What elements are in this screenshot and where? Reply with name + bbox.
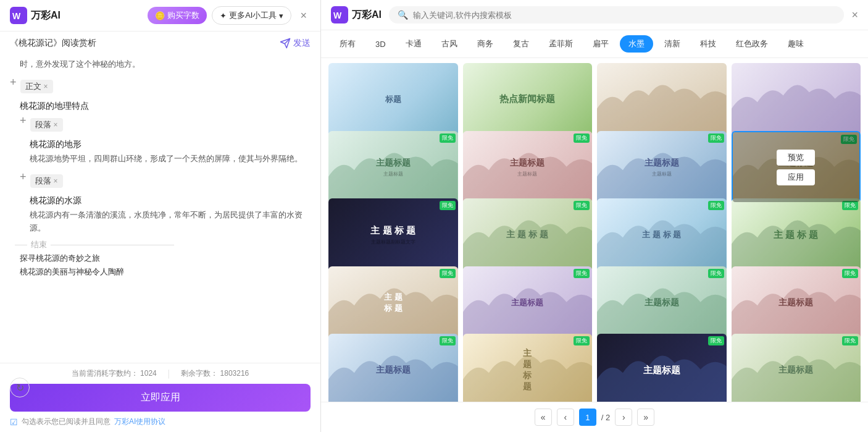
tab-所有[interactable]: 所有 (331, 35, 364, 53)
right-logo-icon: W (331, 6, 348, 23)
agree-checkbox[interactable]: ☑ (10, 417, 18, 427)
template-card[interactable]: 限免主 题 标 题 (463, 334, 593, 402)
preview-button[interactable]: 预览 (777, 150, 815, 166)
add-zhengwen-button[interactable]: + (10, 76, 17, 89)
footer-stats: 当前需消耗字数约： 1024 │ 剩余字数： 1803216 (10, 368, 311, 379)
apply-template-button[interactable]: 应用 (777, 169, 815, 185)
template-card[interactable]: 限免主 题 标 题 (328, 266, 458, 339)
tab-趣味[interactable]: 趣味 (779, 35, 812, 53)
tab-清新[interactable]: 清新 (656, 35, 689, 53)
template-card[interactable]: 限免主题标题 (597, 266, 727, 339)
template-card[interactable]: 限免主题标题 (597, 334, 727, 402)
apply-main-button[interactable]: 立即应用 (10, 384, 311, 412)
template-card[interactable]: 限免主 题 标 题 (463, 198, 593, 271)
left-footer: 当前需消耗字数约： 1024 │ 剩余字数： 1803216 立即应用 ☑ 勾选… (0, 363, 320, 432)
free-badge: 限免 (708, 133, 724, 143)
template-card[interactable]: 限免主题标题主题标题 (597, 131, 727, 204)
page-last-button[interactable]: » (637, 409, 654, 426)
duanluo1-tag[interactable]: 段落 × (30, 118, 63, 132)
send-icon (280, 38, 291, 49)
sub-body1: 桃花源地势平坦，四周群山环绕，形成了一个天然的屏障，使其与外界隔绝。 (10, 153, 311, 166)
close-left-panel-button[interactable]: × (296, 8, 311, 23)
template-card[interactable]: 限免主题标题 (328, 334, 458, 402)
zhengwen-tag-close[interactable]: × (44, 82, 48, 91)
template-card[interactable]: 限免主 题 标 题 (732, 198, 861, 271)
right-panel: W 万彩AI 🔍 × 所有3D卡通古风商务复古孟菲斯扁平水墨清新科技红色政务趣味… (321, 0, 868, 432)
template-card[interactable] (732, 63, 861, 136)
pagination: « ‹ 1 / 2 › » (321, 402, 868, 432)
template-card[interactable]: 限免主题标题主题标题 (328, 131, 458, 204)
template-card[interactable]: 热点新闻标题 (463, 63, 593, 136)
send-button[interactable]: 发送 (280, 38, 311, 49)
page-prev-button[interactable]: ‹ (557, 409, 574, 426)
template-card[interactable]: 限免主题标题 (463, 266, 593, 339)
template-card[interactable]: 限免主题标题主题标题 (463, 131, 593, 204)
templates-grid: 标题热点新闻标题限免主题标题主题标题限免主题标题主题标题限免主题标题主题标题限免… (321, 58, 868, 402)
tab-商务[interactable]: 商务 (469, 35, 502, 53)
free-badge: 限免 (842, 201, 858, 210)
template-card[interactable] (597, 63, 727, 136)
stats-divider: │ (167, 370, 172, 378)
right-logo: W 万彩AI (331, 6, 382, 23)
free-badge: 限免 (440, 201, 456, 210)
left-title-bar: 《桃花源记》阅读赏析 发送 (0, 32, 320, 54)
left-content: 时，意外发现了这个神秘的地方。 + 正文 × 桃花源的地理特点 + 段落 × 桃… (0, 54, 320, 363)
right-logo-text: 万彩AI (352, 9, 382, 22)
duanluo2-tag[interactable]: 段落 × (30, 174, 63, 188)
tab-古风[interactable]: 古风 (433, 35, 466, 53)
template-card[interactable]: 限免主题标题主题标题预览应用 (732, 131, 861, 204)
search-icon: 🔍 (398, 10, 408, 20)
add-duanluo1-button[interactable]: + (20, 114, 27, 127)
sub-body2: 桃花源内有一条清澈的溪流，水质纯净，常年不断，为居民提供了丰富的水资源。 (10, 209, 311, 235)
stats-label1: 当前需消耗字数约： 1024 (72, 368, 157, 379)
free-badge: 限免 (708, 336, 724, 345)
tab-孟菲斯[interactable]: 孟菲斯 (540, 35, 582, 53)
section1-title: 桃花源的地理特点 (10, 101, 311, 112)
footer-agree: ☑ 勾选表示您已阅读并且同意 万彩AI使用协议 (10, 417, 311, 427)
tab-红色政务[interactable]: 红色政务 (727, 35, 777, 53)
template-card[interactable]: 限免主题标题 (732, 266, 861, 339)
free-badge: 限免 (708, 269, 724, 278)
tab-水墨[interactable]: 水墨 (620, 35, 653, 53)
free-badge: 限免 (574, 269, 590, 278)
agree-link[interactable]: 万彩AI使用协议 (114, 417, 165, 427)
buy-credits-button[interactable]: 🪙 购买字数 (148, 7, 207, 24)
template-card[interactable]: 标题 (328, 63, 458, 136)
wancai-logo-icon: W (10, 7, 27, 24)
sparkle-icon: ✦ (220, 11, 227, 20)
page-current: 1 (579, 409, 596, 426)
free-badge: 限免 (842, 269, 858, 278)
document-title: 《桃花源记》阅读赏析 (10, 38, 96, 49)
left-logo: W 万彩AI (10, 7, 61, 24)
coin-icon: 🪙 (155, 11, 165, 20)
free-badge: 限免 (574, 133, 590, 143)
sub-title1: 桃花源的地形 (10, 139, 311, 150)
page-first-button[interactable]: « (535, 409, 552, 426)
search-input[interactable] (413, 11, 835, 20)
tab-3D[interactable]: 3D (367, 36, 394, 52)
template-card[interactable]: 限免主题标题 (732, 334, 861, 402)
close-right-panel-button[interactable]: × (851, 9, 858, 22)
tab-复古[interactable]: 复古 (504, 35, 538, 53)
duanluo1-row: + 段落 × (10, 114, 311, 135)
tabs-bar: 所有3D卡通古风商务复古孟菲斯扁平水墨清新科技红色政务趣味 (321, 30, 868, 58)
tab-卡通[interactable]: 卡通 (397, 35, 430, 53)
conclusion-item1: 探寻桃花源的奇妙之旅 (10, 253, 311, 264)
refresh-button[interactable]: ↻ (10, 378, 30, 397)
tab-科技[interactable]: 科技 (691, 35, 725, 53)
template-card[interactable]: 限免主 题 标 题主题标题副标题文字 (328, 198, 458, 271)
duanluo1-tag-close[interactable]: × (54, 121, 58, 129)
refresh-icon: ↻ (16, 382, 24, 394)
template-card[interactable]: 限免主 题 标 题 (597, 198, 727, 271)
zhengwen-tag[interactable]: 正文 × (20, 80, 53, 93)
duanluo2-tag-close[interactable]: × (54, 177, 58, 185)
tab-扁平[interactable]: 扁平 (584, 35, 617, 53)
card-action-overlay: 预览应用 (733, 132, 860, 203)
svg-text:W: W (333, 11, 342, 20)
more-tools-button[interactable]: ✦ 更多AI小工具 ▾ (212, 6, 291, 25)
search-bar[interactable]: 🔍 (389, 6, 844, 23)
page-total: / 2 (601, 413, 610, 422)
page-next-button[interactable]: › (615, 409, 632, 426)
add-duanluo2-button[interactable]: + (20, 171, 27, 184)
conclusion-label: 结束 (10, 239, 311, 250)
